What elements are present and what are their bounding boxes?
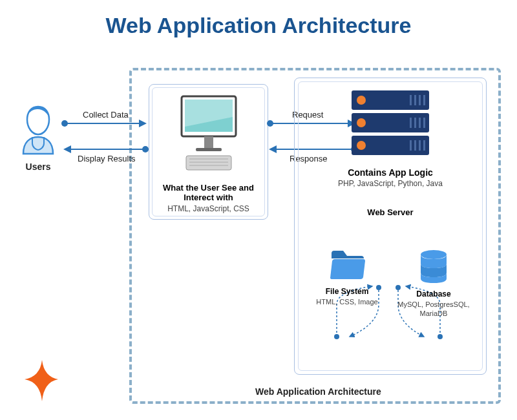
svg-rect-22 xyxy=(410,140,412,151)
users-label: Users xyxy=(18,162,58,172)
svg-rect-25 xyxy=(423,140,425,151)
client-title: What the User See and Interect with xyxy=(149,183,268,202)
svg-rect-17 xyxy=(414,118,416,128)
svg-rect-13 xyxy=(423,95,425,105)
filesystem-title: File System xyxy=(305,287,389,296)
svg-point-9 xyxy=(357,96,366,105)
svg-point-21 xyxy=(357,141,366,150)
server-title: Contains App Logic xyxy=(304,167,477,178)
svg-rect-18 xyxy=(419,118,421,128)
svg-rect-11 xyxy=(414,95,416,105)
arrow-collect-data xyxy=(65,123,145,124)
user-icon xyxy=(18,146,58,157)
filesystem-subtitle: HTML, CSS, Image xyxy=(305,297,389,306)
svg-rect-2 xyxy=(204,136,213,148)
svg-point-15 xyxy=(357,118,366,127)
arrow-display-results xyxy=(65,149,145,150)
server-node: Contains App Logic PHP, JavaScript, Pyth… xyxy=(294,78,487,375)
database-subtitle: MySQL, PostgresSQL, MariaDB xyxy=(392,300,476,319)
architecture-label: Web Application Architecture xyxy=(255,386,381,397)
users-node: Users xyxy=(18,103,58,172)
svg-point-29 xyxy=(438,334,443,339)
svg-point-26 xyxy=(334,334,339,339)
svg-rect-12 xyxy=(419,95,421,105)
server-subtitle: PHP, JavaScript, Python, Java xyxy=(304,179,477,188)
computer-icon xyxy=(170,91,248,178)
database-icon xyxy=(417,274,450,285)
webserver-label: Web Server xyxy=(304,207,477,217)
folder-icon xyxy=(329,271,365,282)
svg-point-30 xyxy=(421,250,447,259)
svg-rect-3 xyxy=(196,148,222,151)
filesystem-node: File System HTML, CSS, Image xyxy=(305,249,389,319)
svg-rect-19 xyxy=(423,118,425,128)
page-title: Web Application Architecture xyxy=(0,0,517,45)
star-logo-icon xyxy=(19,359,65,406)
svg-rect-16 xyxy=(410,118,412,128)
client-subtitle: HTML, JavaScript, CSS xyxy=(149,204,268,213)
svg-rect-23 xyxy=(414,140,416,151)
svg-rect-10 xyxy=(410,95,412,105)
server-icon xyxy=(348,87,432,161)
label-display-results: Display Results xyxy=(78,154,136,163)
database-title: Database xyxy=(392,289,476,299)
svg-rect-24 xyxy=(419,140,421,151)
label-collect-data: Collect Data xyxy=(83,110,129,120)
database-node: Database MySQL, PostgresSQL, MariaDB xyxy=(392,249,476,319)
svg-rect-4 xyxy=(186,156,231,170)
client-node: What the User See and Interect with HTML… xyxy=(149,84,268,220)
